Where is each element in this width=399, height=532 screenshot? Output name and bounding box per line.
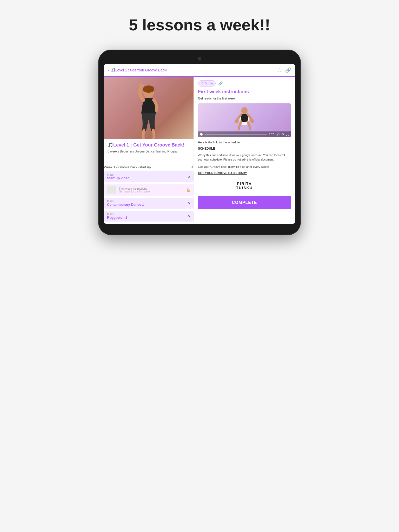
class-label-1: Class <box>107 173 130 176</box>
duration-value: 5 min <box>205 82 213 85</box>
clock-icon: ⏱ <box>201 82 204 85</box>
fullscreen-icon[interactable]: ⛶ <box>286 132 289 136</box>
header-actions: ☆ 🔗 <box>277 67 291 73</box>
video-player[interactable]: ▶ 4:07 🔊 ⚙ ⛶ <box>198 103 291 137</box>
svg-point-5 <box>250 119 254 123</box>
lesson-title: First week instructions <box>198 89 291 95</box>
locked-thumb <box>107 186 116 194</box>
week-section: Week 1 - Groove back -start up ∧ Class S… <box>104 160 194 222</box>
class-item-info: Class Start up video <box>107 173 130 180</box>
dancer-figure <box>104 79 194 139</box>
diary-intro-text: Get Your Groove back diary, fill it up a… <box>198 165 291 169</box>
class-chevron-1: ∧ <box>188 175 190 179</box>
right-column: ⏱ 5 min 🔗 First week instructions Get re… <box>194 77 295 224</box>
class-chevron-3: ∨ <box>188 214 190 218</box>
brand-name-1: PIRITA <box>198 182 291 186</box>
complete-button[interactable]: COMPLETE <box>198 196 291 209</box>
week-chevron-icon: ∧ <box>191 165 194 169</box>
brand-name-2: TUISKU <box>198 186 291 190</box>
video-controls: 4:07 🔊 ⚙ ⛶ <box>198 131 291 137</box>
video-action-icons: 🔊 ⚙ ⛶ <box>276 132 289 136</box>
page-heading: 5 lessons a week!! <box>129 16 270 34</box>
lesson-link-icon[interactable]: 🔗 <box>218 81 223 85</box>
duration-pill: ⏱ 5 min <box>198 80 216 87</box>
video-time: 4:07 <box>269 133 274 136</box>
locked-lesson-item: First week instructions Get ready for th… <box>104 184 194 196</box>
locked-subtitle: Get ready for the first week <box>119 190 183 193</box>
schedule-note: -Copy this doc and save it for your goog… <box>198 153 291 162</box>
class-label-2: Class <box>107 200 144 203</box>
app-main-content: 🎵Level 1 : Get Your Groove Back! 6 weeks… <box>104 77 295 224</box>
class-name-2: Contemporary Dance 1 <box>107 203 144 207</box>
tablet-screen: ‹ 🎵Level 1 : Get Your Groove Back! ☆ 🔗 <box>104 64 295 224</box>
class-label-3: Class <box>107 213 127 216</box>
back-nav[interactable]: ‹ 🎵Level 1 : Get Your Groove Back! <box>108 68 167 72</box>
course-image <box>104 77 194 139</box>
progress-dot <box>200 133 203 136</box>
schedule-link[interactable]: SCHEDULE <box>198 147 291 150</box>
lesson-description: Get ready for the first week. <box>198 97 291 100</box>
meta-row: ⏱ 5 min 🔗 <box>198 80 291 87</box>
week-header[interactable]: Week 1 - Groove back -start up ∧ <box>104 163 194 171</box>
locked-title: First week instructions <box>119 187 183 190</box>
course-info: 🎵Level 1 : Get Your Groove Back! 6 weeks… <box>104 139 194 160</box>
tablet-camera <box>198 57 201 61</box>
lock-icon: 🔒 <box>186 188 190 192</box>
class-chevron-2: ∨ <box>188 201 190 205</box>
left-column: 🎵Level 1 : Get Your Groove Back! 6 weeks… <box>104 77 194 224</box>
diary-link[interactable]: GET YOUR GROOVE BACK DIARY <box>198 171 291 175</box>
volume-icon[interactable]: 🔊 <box>276 132 280 136</box>
star-icon[interactable]: ☆ <box>277 67 282 73</box>
class-item-info-2: Class Contemporary Dance 1 <box>107 200 144 207</box>
link-share-icon[interactable]: 🔗 <box>285 67 291 73</box>
tablet-home-bar <box>184 227 215 228</box>
class-item-contemporary[interactable]: Class Contemporary Dance 1 ∨ <box>104 198 194 209</box>
progress-line <box>205 134 267 135</box>
class-name-1: Start up video <box>107 176 130 180</box>
schedule-intro-text: Here is the link for the schedule: <box>198 140 291 145</box>
tablet-frame: ‹ 🎵Level 1 : Get Your Groove Back! ☆ 🔗 <box>98 50 301 235</box>
svg-point-2 <box>139 83 144 89</box>
course-subtitle: 6 weeks Beginners Unique Dance Training … <box>108 150 190 153</box>
week-label: Week 1 - Groove back -start up <box>104 165 151 169</box>
back-nav-label: 🎵Level 1 : Get Your Groove Back! <box>111 68 167 72</box>
class-name-3: Reggaeton 1 <box>107 216 127 220</box>
course-title: 🎵Level 1 : Get Your Groove Back! <box>108 142 190 148</box>
locked-text: First week instructions Get ready for th… <box>119 187 183 193</box>
svg-point-1 <box>143 85 154 93</box>
class-item-reggaeton[interactable]: Class Reggaeton 1 ∨ <box>104 211 194 222</box>
class-item-startup[interactable]: Class Start up video ∧ <box>104 171 194 182</box>
brand-logo: PIRITA TUISKU <box>198 179 291 193</box>
class-item-info-3: Class Reggaeton 1 <box>107 213 127 220</box>
svg-point-3 <box>241 107 248 114</box>
svg-point-4 <box>235 119 239 123</box>
back-arrow-icon: ‹ <box>108 68 109 72</box>
app-header: ‹ 🎵Level 1 : Get Your Groove Back! ☆ 🔗 <box>104 64 295 77</box>
settings-icon[interactable]: ⚙ <box>281 132 284 136</box>
